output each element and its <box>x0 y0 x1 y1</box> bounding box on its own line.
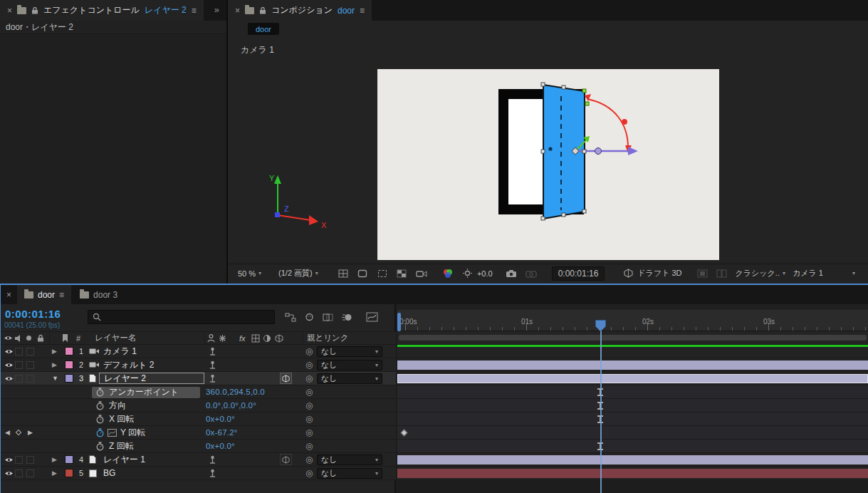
time-navigator-handle[interactable] <box>397 313 401 331</box>
audio-toggle[interactable] <box>15 348 23 356</box>
magnification-dropdown[interactable]: 50 %▾ <box>238 269 261 278</box>
track-row-x-rotation[interactable] <box>397 412 868 426</box>
lock-icon[interactable] <box>259 6 266 14</box>
property-value[interactable]: 0x+0.0° <box>206 440 235 452</box>
layer-name[interactable]: デフォルト 2 <box>103 358 154 371</box>
close-icon[interactable]: × <box>6 291 11 299</box>
channel-color-icon[interactable] <box>441 268 454 279</box>
snapshot-icon[interactable] <box>506 268 518 279</box>
property-pickwhip-icon[interactable]: ◎ <box>305 412 313 425</box>
parent-pickwhip-icon[interactable]: ◎ <box>305 345 313 358</box>
parent-dropdown[interactable]: なし▾ <box>317 346 382 357</box>
layer-switches-icon[interactable] <box>209 455 216 464</box>
collapse-transformations-icon[interactable] <box>219 334 226 343</box>
pixel-aspect-icon[interactable] <box>696 268 709 279</box>
track-row-z-rotation[interactable] <box>397 440 868 453</box>
grid-options-icon[interactable] <box>337 268 350 279</box>
region-of-interest-icon[interactable] <box>376 268 389 279</box>
property-row-anchor-point[interactable]: アンカーポイント 360.0,294.5,0.0 ◎ <box>1 385 396 399</box>
panel-overflow-icon[interactable]: » <box>214 5 219 14</box>
parent-pickwhip-icon[interactable]: ◎ <box>305 453 313 466</box>
label-swatch[interactable] <box>65 467 73 479</box>
preview-time-display[interactable]: 0:00:01:16 <box>552 266 605 281</box>
layer-row-layer2-selected[interactable]: ▼ 3 レイヤー 2 ◎ なし▾ <box>1 372 396 385</box>
property-name[interactable]: Y 回転 <box>120 426 145 439</box>
renderer-button[interactable]: ドラフト 3D <box>622 268 681 279</box>
lock-icon[interactable] <box>31 6 38 14</box>
fast-previews-icon[interactable] <box>716 268 728 279</box>
layer-row-bg[interactable]: ▶ 5 BG ◎ なし▾ <box>1 467 396 480</box>
track-row-layer1[interactable] <box>397 453 868 467</box>
property-row-y-rotation[interactable]: ◀ ▶ Y 回転 0x-67.2° ◎ <box>1 426 396 440</box>
parent-pickwhip-icon[interactable]: ◎ <box>305 358 313 371</box>
solo-toggle[interactable] <box>26 375 34 383</box>
keyframe-diamond[interactable] <box>401 430 408 437</box>
property-name[interactable]: 方向 <box>109 399 126 412</box>
parent-dropdown[interactable]: なし▾ <box>317 468 382 479</box>
timeline-track-area[interactable]: 0:00s 01s 02s 03s <box>397 304 868 493</box>
label-swatch[interactable] <box>65 358 73 371</box>
motion-blur-switch-icon[interactable] <box>263 334 271 343</box>
label-swatch[interactable] <box>65 372 73 385</box>
layer-switches-icon[interactable] <box>209 374 216 383</box>
panel-menu-icon[interactable]: ≡ <box>192 6 197 15</box>
layer-switches-icon[interactable] <box>209 347 216 356</box>
frame-blend-switch-icon[interactable] <box>251 334 260 343</box>
3d-layer-switch-active[interactable] <box>280 373 292 384</box>
composition-canvas[interactable] <box>377 69 719 260</box>
property-name[interactable]: X 回転 <box>109 412 134 425</box>
track-row-layer2-selected[interactable] <box>397 372 868 385</box>
layer-name[interactable]: BG <box>103 467 115 479</box>
effect-controls-tab[interactable]: × エフェクトコントロール レイヤー 2 ≡ <box>0 0 204 21</box>
close-icon[interactable]: × <box>235 6 240 15</box>
effect-controls-body[interactable] <box>0 34 226 284</box>
label-swatch[interactable] <box>65 453 73 466</box>
eye-icon[interactable] <box>4 453 14 466</box>
property-value[interactable]: 0x+0.0° <box>206 412 235 425</box>
layer-row-default2[interactable]: ▶ 2 デフォルト 2 ◎ なし▾ <box>1 358 396 372</box>
next-keyframe-icon[interactable]: ▶ <box>28 426 33 439</box>
property-value[interactable]: 0.0°,0.0°,0.0° <box>206 399 256 412</box>
transparency-grid-icon[interactable] <box>395 268 408 279</box>
layer-name-column-header[interactable]: レイヤー名 <box>95 332 136 344</box>
shy-switch-icon[interactable] <box>207 334 215 343</box>
resolution-dropdown[interactable]: (1/2 画質)▾ <box>278 268 318 279</box>
layer-name[interactable]: カメラ 1 <box>103 345 137 358</box>
effects-switch-icon[interactable]: fx <box>239 334 246 343</box>
property-name[interactable]: Z 回転 <box>109 440 134 452</box>
stopwatch-icon-active[interactable] <box>96 426 104 439</box>
layer-row-camera1[interactable]: ▶ 1 カメラ 1 ◎ なし▾ <box>1 345 396 358</box>
expander-icon[interactable]: ▶ <box>52 358 57 371</box>
frame-blending-icon[interactable] <box>321 311 334 323</box>
solo-toggle[interactable] <box>26 348 34 356</box>
hide-shy-layers-icon[interactable] <box>303 311 315 323</box>
parent-pickwhip-icon[interactable]: ◎ <box>305 467 313 479</box>
show-snapshot-icon[interactable] <box>525 268 538 279</box>
layer-name[interactable]: レイヤー 1 <box>103 453 145 466</box>
work-area-bar[interactable] <box>399 335 867 341</box>
audio-toggle[interactable] <box>15 375 23 383</box>
property-pickwhip-icon[interactable]: ◎ <box>305 440 313 452</box>
stopwatch-icon[interactable] <box>96 440 104 452</box>
expander-icon[interactable]: ▼ <box>52 372 58 385</box>
panel-menu-icon[interactable]: ≡ <box>59 291 64 299</box>
composition-mini-flowchart-icon[interactable] <box>284 311 297 323</box>
track-row-bg[interactable] <box>397 467 868 480</box>
graph-overlay-icon[interactable] <box>108 426 117 439</box>
solo-toggle[interactable] <box>26 456 34 464</box>
track-row-orientation[interactable] <box>397 399 868 412</box>
composition-tab[interactable]: × コンポジション door ≡ <box>228 0 372 21</box>
reset-exposure-icon[interactable] <box>461 268 474 279</box>
mask-visibility-icon[interactable] <box>356 268 369 279</box>
property-pickwhip-icon[interactable]: ◎ <box>305 385 313 398</box>
add-keyframe-icon[interactable] <box>16 430 21 435</box>
label-swatch[interactable] <box>65 345 73 358</box>
property-value[interactable]: 360.0,294.5,0.0 <box>206 385 265 398</box>
stopwatch-icon[interactable] <box>96 412 104 425</box>
timeline-tab-door[interactable]: door ≡ <box>17 285 71 304</box>
time-ruler[interactable]: 0:00s 01s 02s 03s <box>397 310 868 331</box>
3d-layer-switch[interactable] <box>280 454 292 465</box>
eye-icon[interactable] <box>4 467 14 479</box>
exposure-value[interactable]: +0.0 <box>477 269 493 278</box>
solo-toggle[interactable] <box>26 469 34 477</box>
